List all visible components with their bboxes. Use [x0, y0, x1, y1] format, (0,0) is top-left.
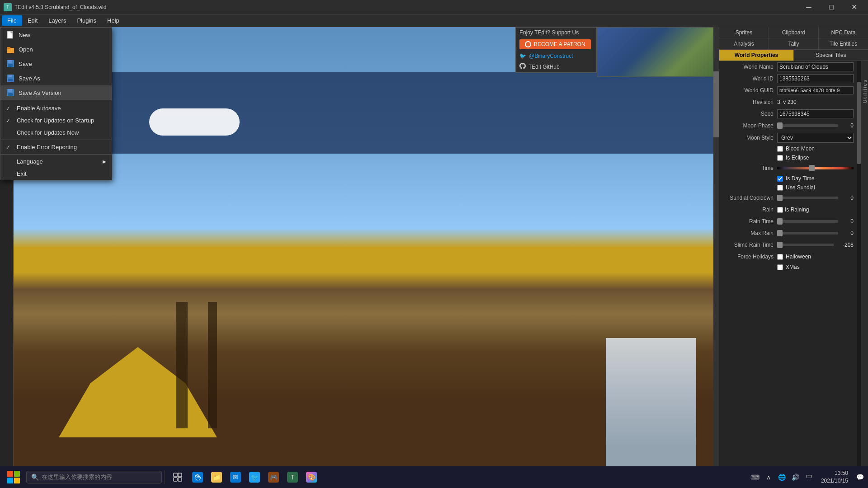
tray-lang-icon[interactable]: 🌐: [776, 471, 788, 483]
tab-clipboard[interactable]: Clipboard: [769, 27, 819, 38]
menu-file-save[interactable]: Save: [0, 56, 112, 71]
daytime-checkbox[interactable]: [777, 176, 783, 182]
force-holidays-container: Halloween: [777, 253, 811, 260]
menu-language[interactable]: Language ▶: [0, 155, 112, 168]
menu-plugins[interactable]: Plugins: [71, 15, 102, 26]
props-scroll-thumb[interactable]: [857, 82, 861, 164]
props-scrollbar[interactable]: [857, 61, 861, 474]
sundial-cooldown-slider[interactable]: [777, 197, 838, 199]
menu-help[interactable]: Help: [102, 15, 125, 26]
moon-style-select[interactable]: Grev: [777, 133, 854, 143]
eclipse-row: Is Eclipse: [719, 153, 857, 162]
tray-keyboard-icon[interactable]: ⌨: [749, 471, 761, 483]
menu-error-reporting[interactable]: ✓ Enable Error Reporting: [0, 141, 112, 153]
taskbar-search[interactable]: 🔍 在这里输入你要搜索的内容: [26, 471, 162, 483]
minimap-content: [597, 28, 718, 76]
tray-ime-icon[interactable]: 中: [803, 471, 816, 483]
maximize-button[interactable]: □: [821, 0, 842, 14]
close-button[interactable]: ✕: [844, 0, 864, 14]
minimap[interactable]: [597, 27, 719, 77]
revision-value: 3 v 230: [777, 99, 854, 105]
rain-time-thumb[interactable]: [777, 218, 783, 225]
max-rain-slider[interactable]: [777, 232, 838, 235]
twitter-button[interactable]: 🐦 @BinaryConstruct: [516, 51, 596, 61]
seed-input[interactable]: [777, 109, 854, 118]
start-button[interactable]: [2, 468, 25, 486]
time-slider[interactable]: [777, 167, 854, 169]
lang-check: [6, 159, 13, 165]
menu-layers[interactable]: Layers: [43, 15, 71, 26]
is-raining-checkbox[interactable]: [777, 207, 783, 213]
sundial-checkbox[interactable]: [777, 185, 783, 191]
sundial-cooldown-row: Sundial Cooldown 0: [719, 192, 857, 204]
notification-icon[interactable]: 💬: [854, 471, 866, 483]
svg-rect-15: [174, 478, 177, 481]
svg-rect-16: [178, 478, 182, 481]
taskbar-minecraft-button[interactable]: 🎮: [264, 468, 283, 486]
menu-check-updates-now[interactable]: Check for Updates Now: [0, 127, 112, 139]
tray-expand-icon[interactable]: ∧: [762, 471, 775, 483]
tab-analysis[interactable]: Analysis: [719, 38, 769, 49]
menu-edit[interactable]: Edit: [22, 15, 43, 26]
task-view-button[interactable]: [168, 468, 188, 486]
menu-file[interactable]: File: [2, 15, 22, 26]
taskbar-edge-button[interactable]: [189, 468, 207, 486]
halloween-checkbox[interactable]: [777, 254, 783, 260]
rain-label: Rain: [723, 206, 777, 213]
slime-rain-thumb[interactable]: [777, 242, 783, 248]
world-name-input[interactable]: [777, 62, 854, 71]
tab-tile-entities[interactable]: Tile Entities: [819, 38, 868, 49]
patreon-link[interactable]: BECOME A PATRON: [519, 39, 591, 49]
xmas-checkbox[interactable]: [777, 264, 783, 270]
menu-file-new[interactable]: New: [0, 28, 112, 42]
patreon-button[interactable]: BECOME A PATRON: [516, 38, 596, 51]
minimize-button[interactable]: ─: [798, 0, 819, 14]
tab-special-tiles[interactable]: Special Tiles: [794, 50, 868, 61]
tab-npc-data[interactable]: NPC Data: [819, 27, 868, 38]
updates-startup-check: ✓: [6, 117, 13, 124]
taskbar-tedit-button[interactable]: T: [283, 468, 302, 486]
rain-time-slider[interactable]: [777, 220, 838, 223]
system-clock[interactable]: 13:50 2021/10/15: [817, 469, 852, 485]
github-button[interactable]: TEdit GitHub: [516, 61, 596, 72]
world-guid-label: World GUID: [723, 87, 777, 94]
menu-file-saveas[interactable]: Save As: [0, 71, 112, 85]
vertical-scrollbar[interactable]: [713, 27, 719, 468]
menu-enable-autosave[interactable]: ✓ Enable Autosave: [0, 102, 112, 114]
minecraft-icon: 🎮: [268, 472, 279, 483]
taskbar-explorer-button[interactable]: 📁: [208, 468, 226, 486]
moon-phase-thumb[interactable]: [777, 122, 783, 129]
taskbar-bird-button[interactable]: 🐦: [245, 468, 264, 486]
vertical-scrollbar-thumb[interactable]: [713, 71, 719, 137]
menu-check-updates-startup[interactable]: ✓ Check for Updates on Startup: [0, 114, 112, 127]
tab-sprites[interactable]: Sprites: [719, 27, 769, 38]
slime-rain-slider[interactable]: [777, 244, 834, 246]
taskbar-mail-button[interactable]: ✉: [226, 468, 245, 486]
max-rain-thumb[interactable]: [777, 230, 783, 236]
blood-moon-checkbox[interactable]: [777, 146, 783, 152]
sundial-cooldown-thumb[interactable]: [777, 195, 783, 201]
time-thumb[interactable]: [809, 165, 815, 171]
tray-volume-icon[interactable]: 🔊: [789, 471, 802, 483]
moon-phase-slider[interactable]: [777, 124, 838, 127]
menu-exit[interactable]: Exit: [0, 168, 112, 180]
taskbar-paint-button[interactable]: 🎨: [302, 468, 321, 486]
menu-file-open[interactable]: Open: [0, 42, 112, 56]
tab-tally[interactable]: Tally: [769, 38, 819, 49]
daytime-label: Is Day Time: [786, 175, 814, 182]
world-id-input[interactable]: [777, 74, 854, 83]
is-raining-label: Is Raining: [785, 206, 809, 213]
canvas-area[interactable]: Enjoy TEdit? Support Us BECOME A PATRON …: [14, 27, 719, 474]
logo-sq-blue: [7, 478, 13, 483]
tab-world-properties[interactable]: World Properties: [719, 50, 794, 61]
world-guid-input[interactable]: [777, 86, 854, 94]
slime-rain-slider-container: -208: [777, 242, 854, 248]
tabs-row2: World Properties Special Tiles: [719, 50, 868, 61]
menu-file-save-label: Save: [19, 61, 32, 67]
menu-file-saveversion[interactable]: Save As Version: [0, 85, 112, 100]
blood-moon-row: Blood Moon: [719, 144, 857, 153]
time-slider-container: [777, 167, 854, 169]
svg-rect-14: [178, 473, 182, 477]
svg-rect-3: [7, 47, 10, 49]
eclipse-checkbox[interactable]: [777, 155, 783, 161]
